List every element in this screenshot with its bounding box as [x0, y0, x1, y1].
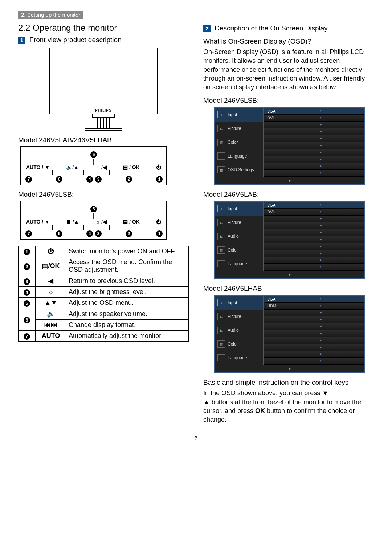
input-icon: ➜: [217, 111, 225, 118]
btn-power-label-b: ⏻: [156, 219, 161, 225]
table-row: 2 ▤/OK Access the OSD menu. Confirm the …: [19, 257, 189, 275]
btn-brightness-label-b: ☼ /◀: [95, 219, 107, 225]
osd-screenshot-2: ➜Input VGA DVI ▭Picture 🔈Audio ▥Color ⋯L…: [214, 201, 365, 279]
language-icon: ⋯: [217, 354, 225, 361]
color-icon: ▥: [217, 340, 225, 348]
button-panel-b: 5 │ AUTO / ▼ ⏹ /▲ ☼ /◀ ▤ / OK ⏻ 7 6 4 3 …: [20, 201, 167, 240]
monitor-illustration: PHILIPS: [49, 48, 158, 131]
table-row: 3 ◀ Return to previous OSD level.: [19, 275, 189, 287]
power-icon: ⏻: [36, 246, 66, 257]
color-icon: ▥: [217, 246, 225, 254]
btn-auto-label-b: AUTO / ▼: [26, 219, 50, 225]
row-desc: Return to previous OSD level.: [66, 275, 189, 287]
picture-icon: ▭: [217, 313, 225, 320]
row-desc: Switch monitor's power ON and OFF.: [66, 246, 189, 257]
picture-icon: ▭: [217, 219, 225, 226]
callout-number-2: 2: [203, 25, 211, 32]
table-row: 1 ⏻ Switch monitor's power ON and OFF.: [19, 246, 189, 257]
subsection-1-header: 1 Front view product description: [18, 36, 189, 44]
btn-volume-label: 🔈/▲: [66, 164, 79, 170]
input-icon: ➜: [217, 299, 225, 306]
row-desc: Adjust the OSD menu.: [66, 298, 189, 308]
speaker-icon: 🔈: [36, 308, 66, 320]
osd-screenshot-3: ➜Input VGA HDMI ▭Picture 🔈Audio ▥Color ⋯…: [214, 295, 365, 373]
instruction-title: Basic and simple instruction on the cont…: [203, 379, 374, 387]
btn-menu-label: ▤ / OK: [123, 164, 140, 170]
btn-auto-label: AUTO / ▼: [26, 164, 50, 170]
table-row: 5 ▲▼ Adjust the OSD menu.: [19, 298, 189, 308]
table-row: 4 ☼ Adjust the brightness level.: [19, 287, 189, 298]
panel-circle-7: 7: [25, 176, 32, 183]
audio-icon: 🔈: [217, 327, 225, 334]
row-desc: Access the OSD menu. Confirm the OSD adj…: [66, 257, 189, 275]
button-description-table: 1 ⏻ Switch monitor's power ON and OFF. 2…: [18, 246, 189, 342]
osd-option: VGA: [264, 108, 364, 115]
subsection-1-title: Front view product description: [29, 36, 121, 44]
btn-brightness-label: ☼ /◀: [95, 164, 107, 170]
input-icon: ➜: [217, 205, 225, 212]
color-icon: ▥: [217, 139, 225, 146]
osd-option: VGA: [264, 296, 364, 303]
auto-icon: AUTO: [36, 331, 66, 342]
chevron-down-icon: ▾: [215, 271, 364, 278]
osd-option: DVI: [264, 209, 364, 216]
language-icon: ⋯: [217, 260, 225, 267]
format-icon: ⏮⏭: [36, 320, 66, 331]
btn-menu-label-b: ▤ / OK: [123, 219, 140, 225]
button-panel-a: 5 │ AUTO / ▼ 🔈/▲ ☼ /◀ ▤ / OK ⏻ 7 6 4 3 2…: [20, 146, 167, 185]
monitor-brand-label: PHILIPS: [95, 109, 111, 113]
panel-model-b-label: Model 246V5LSB:: [18, 191, 189, 199]
row-desc: Change display format.: [66, 320, 189, 331]
panel-circle-5: 5: [90, 151, 97, 158]
osd3-model-label: Model 246V5LHAB: [203, 285, 374, 293]
chevron-down-icon: ▾: [215, 177, 364, 184]
back-icon: ◀: [36, 275, 66, 287]
section-title: 2.2 Operating the monitor: [18, 23, 189, 33]
osd-option: HDMI: [264, 303, 364, 310]
row-desc: Automatically adjust the monitor.: [66, 331, 189, 342]
panel-b-circle-5: 5: [90, 206, 97, 212]
panel-circle-4: 4: [86, 176, 93, 183]
menu-ok-icon: ▤/OK: [36, 257, 66, 275]
subsection-2-title: Description of the On Screen Display: [215, 24, 328, 32]
osd-question-title: What is On-Screen Display (OSD)?: [203, 37, 374, 45]
panel-circle-1: 1: [156, 176, 163, 183]
btn-power-label: ⏻: [156, 164, 161, 170]
chevron-down-icon: ▾: [215, 365, 364, 372]
btn-format-label-b: ⏹ /▲: [66, 219, 79, 225]
panel-circle-6: 6: [56, 176, 62, 183]
osd-description-body: On-Screen Display (OSD) is a feature in …: [203, 48, 374, 91]
language-icon: ⋯: [217, 152, 225, 160]
page-number: 6: [18, 435, 374, 442]
osd-option: DVI: [264, 115, 364, 122]
osd1-model-label: Model 246V5LSB:: [203, 97, 374, 105]
audio-icon: 🔈: [217, 233, 225, 240]
row-desc: Adjust the speaker volume.: [66, 308, 189, 320]
table-row: 6 🔈 Adjust the speaker volume.: [19, 308, 189, 320]
osd2-model-label: Model 246V5LAB:: [203, 191, 374, 199]
panel-circle-3: 3: [95, 176, 102, 183]
settings-icon: ▦: [217, 166, 225, 173]
row-desc: Adjust the brightness level.: [66, 287, 189, 298]
panel-circle-2: 2: [126, 176, 132, 183]
picture-icon: ▭: [217, 125, 225, 132]
subsection-2-header: 2 Description of the On Screen Display: [203, 24, 374, 32]
brightness-icon: ☼: [36, 287, 66, 298]
callout-number-1: 1: [18, 37, 25, 44]
table-row: 7 AUTO Automatically adjust the monitor.: [19, 331, 189, 342]
updown-icon: ▲▼: [36, 298, 66, 308]
table-row: ⏮⏭ Change display format.: [19, 320, 189, 331]
panel-model-a-label: Model 246V5LAB/246V5LHAB:: [18, 136, 189, 144]
breadcrumb: 2. Setting up the monitor: [18, 11, 83, 19]
instruction-body: In the OSD shown above, you can press ▼ …: [203, 389, 374, 424]
osd-screenshot-1: ➜Input VGA DVI ▭Picture ▥Color ⋯Language…: [214, 107, 365, 185]
osd-option: VGA: [264, 202, 364, 209]
